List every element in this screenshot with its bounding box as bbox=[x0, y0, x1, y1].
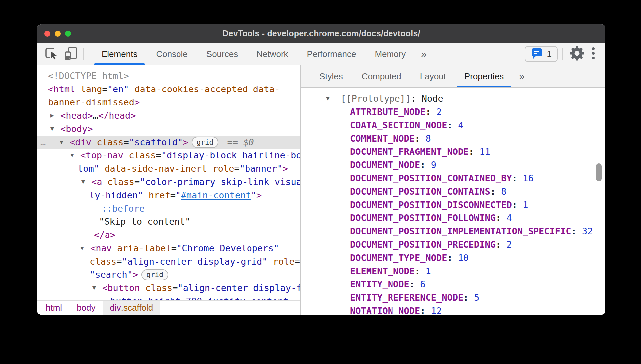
property-value: 32 bbox=[582, 226, 593, 236]
property-row[interactable]: DOCUMENT_FRAGMENT_NODE: 11 bbox=[301, 145, 605, 158]
tree-row[interactable]: class="align-center display-grid" role= bbox=[37, 255, 300, 268]
token-plain bbox=[248, 84, 253, 94]
device-toolbar-button[interactable] bbox=[61, 43, 80, 65]
token-plain: = bbox=[116, 256, 122, 267]
property-value: 9 bbox=[431, 160, 436, 170]
property-name: DOCUMENT_POSITION_CONTAINED_BY bbox=[350, 173, 512, 183]
token-attr: banner-dismissed bbox=[48, 97, 134, 107]
tree-row[interactable]: ▶<head>…</head> bbox=[37, 109, 300, 122]
minimize-button[interactable] bbox=[55, 31, 61, 37]
chevron-down-icon[interactable]: ▼ bbox=[81, 175, 91, 188]
prototype-row[interactable]: ▼[[Prototype]]: Node bbox=[301, 92, 605, 105]
property-value: 6 bbox=[420, 279, 425, 289]
tree-row[interactable]: banner-dismissed> bbox=[37, 96, 300, 109]
property-row[interactable]: DOCUMENT_POSITION_FOLLOWING: 4 bbox=[301, 212, 605, 225]
crumb-tag: body bbox=[77, 303, 95, 313]
token-gray: <!DOCTYPE html> bbox=[48, 71, 129, 81]
breadcrumb-item[interactable]: body bbox=[69, 301, 103, 315]
property-row[interactable]: ENTITY_REFERENCE_NODE: 5 bbox=[301, 291, 605, 304]
tree-row[interactable]: …▼<div class="scaffold">grid == $0 bbox=[37, 136, 300, 149]
tree-row[interactable]: tom" data-side-nav-inert role="banner"> bbox=[37, 162, 300, 175]
scrollbar-thumb[interactable] bbox=[596, 163, 602, 181]
tree-row[interactable]: ly-hidden" href="#main-content"> bbox=[37, 189, 300, 202]
tree-row[interactable]: ::before bbox=[37, 202, 300, 215]
tree-row[interactable]: <!DOCTYPE html> bbox=[37, 69, 300, 83]
tree-row[interactable]: ▼<a class="color-primary skip-link visua bbox=[37, 175, 300, 189]
tree-row[interactable]: ▼<nav aria-label="Chrome Developers" bbox=[37, 242, 300, 255]
chevron-down-icon[interactable]: ▼ bbox=[70, 149, 80, 162]
token-val: "color-primary skip-link visua bbox=[140, 177, 300, 187]
tree-row[interactable]: button-height-700 justify-content- bbox=[37, 295, 300, 300]
property-row[interactable]: ELEMENT_NODE: 1 bbox=[301, 265, 605, 278]
property-row[interactable]: DOCUMENT_POSITION_CONTAINS: 8 bbox=[301, 185, 605, 198]
property-row[interactable]: CDATA_SECTION_NODE: 4 bbox=[301, 119, 605, 132]
tree-row[interactable]: ▼<body> bbox=[37, 122, 300, 136]
tab-memory[interactable]: Memory bbox=[365, 43, 415, 65]
tree-row[interactable]: ▼<top-nav class="display-block hairline-… bbox=[37, 149, 300, 162]
tab-network[interactable]: Network bbox=[247, 43, 297, 65]
breadcrumb: htmlbodydiv.scaffold bbox=[37, 300, 300, 315]
close-button[interactable] bbox=[44, 31, 50, 37]
breadcrumb-item[interactable]: html bbox=[38, 301, 69, 315]
tree-row[interactable]: <html lang="en" data-cookies-accepted da… bbox=[37, 83, 300, 96]
property-colon: : bbox=[415, 133, 426, 144]
token-tag: > bbox=[133, 270, 138, 280]
property-row[interactable]: ATTRIBUTE_NODE: 2 bbox=[301, 105, 605, 119]
property-row[interactable]: ENTITY_NODE: 6 bbox=[301, 278, 605, 291]
tree-row[interactable]: </a> bbox=[37, 228, 300, 242]
crumb-tag: div bbox=[110, 303, 121, 313]
sidebar-tab-styles[interactable]: Styles bbox=[310, 65, 352, 87]
tab-console[interactable]: Console bbox=[147, 43, 197, 65]
crumb-tag: html bbox=[46, 303, 62, 313]
sidebar-tab-layout[interactable]: Layout bbox=[411, 65, 455, 87]
tree-row[interactable]: "search">grid bbox=[37, 268, 300, 281]
tab-elements[interactable]: Elements bbox=[92, 43, 147, 65]
token-tag: > bbox=[256, 190, 262, 200]
property-row[interactable]: NOTATION_NODE: 12 bbox=[301, 304, 605, 315]
chevron-down-icon[interactable]: ▼ bbox=[80, 241, 90, 255]
property-row[interactable]: DOCUMENT_POSITION_CONTAINED_BY: 16 bbox=[301, 172, 605, 185]
token-eq: == bbox=[222, 137, 243, 147]
token-tag: > bbox=[183, 137, 188, 147]
property-name: ELEMENT_NODE bbox=[350, 266, 415, 276]
property-row[interactable]: DOCUMENT_POSITION_PRECEDING: 2 bbox=[301, 238, 605, 251]
property-row[interactable]: DOCUMENT_POSITION_DISCONNECTED: 1 bbox=[301, 198, 605, 212]
inspect-element-button[interactable] bbox=[42, 43, 61, 65]
property-colon: : bbox=[512, 173, 523, 183]
sidebar-tab-properties[interactable]: Properties bbox=[455, 65, 513, 87]
property-row[interactable]: COMMENT_NODE: 8 bbox=[301, 132, 605, 145]
properties-panel: ▼[[Prototype]]: NodeATTRIBUTE_NODE: 2CDA… bbox=[301, 88, 605, 315]
token-tag: <nav bbox=[90, 243, 117, 253]
chevron-down-icon[interactable]: ▼ bbox=[50, 122, 60, 135]
chevron-down-icon[interactable]: ▼ bbox=[326, 92, 341, 105]
chevron-down-icon[interactable]: ▼ bbox=[92, 281, 102, 294]
prototype-label: [[Prototype]] bbox=[341, 93, 411, 104]
issues-button[interactable]: 1 bbox=[525, 46, 558, 62]
grid-badge[interactable]: grid bbox=[141, 269, 168, 280]
property-value: 1 bbox=[523, 200, 528, 210]
breadcrumb-item[interactable]: div.scaffold bbox=[103, 301, 161, 315]
token-val: "en" bbox=[107, 84, 129, 94]
token-attr: lang bbox=[81, 84, 102, 94]
grid-badge[interactable]: grid bbox=[192, 137, 219, 148]
tab-performance[interactable]: Performance bbox=[298, 43, 366, 65]
node-menu-ellipsis[interactable]: … bbox=[40, 136, 46, 149]
tree-row[interactable]: "Skip to content" bbox=[37, 215, 300, 228]
tree-row[interactable]: ▼<button class="align-center display-f bbox=[37, 281, 300, 295]
property-value: 16 bbox=[523, 173, 534, 183]
property-row[interactable]: DOCUMENT_NODE: 9 bbox=[301, 158, 605, 172]
property-colon: : bbox=[415, 266, 426, 276]
chevron-down-icon[interactable]: ▼ bbox=[60, 135, 70, 149]
property-value: 1 bbox=[426, 266, 431, 276]
property-row[interactable]: DOCUMENT_POSITION_IMPLEMENTATION_SPECIFI… bbox=[301, 225, 605, 238]
zoom-button[interactable] bbox=[65, 31, 71, 37]
sidebar-more-tabs-button[interactable]: » bbox=[513, 65, 531, 87]
tab-sources[interactable]: Sources bbox=[197, 43, 247, 65]
token-tag: </a> bbox=[94, 230, 115, 240]
chevron-right-icon[interactable]: ▶ bbox=[50, 109, 60, 122]
more-options-button[interactable] bbox=[586, 45, 600, 63]
sidebar-tab-computed[interactable]: Computed bbox=[352, 65, 411, 87]
more-tabs-button[interactable]: » bbox=[415, 43, 433, 65]
property-row[interactable]: DOCUMENT_TYPE_NODE: 10 bbox=[301, 251, 605, 265]
settings-button[interactable] bbox=[568, 45, 586, 63]
